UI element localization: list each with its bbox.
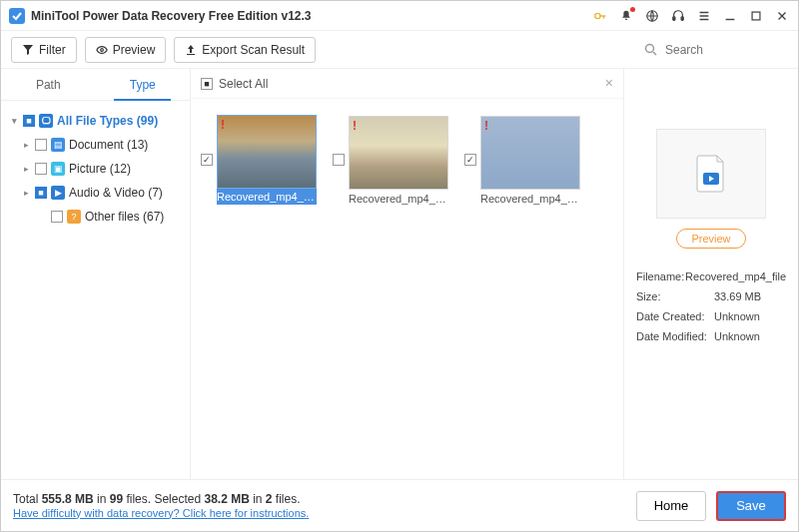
status-bar: Total 555.8 MB in 99 files. Selected 38.…: [1, 479, 798, 531]
tree-label: All File Types (99): [57, 114, 158, 128]
total-size: 555.8 MB: [42, 492, 94, 506]
eye-icon: [96, 44, 108, 56]
svg-point-1: [595, 13, 600, 18]
preview-thumbnail: [656, 129, 766, 219]
document-icon: ▤: [51, 138, 65, 152]
sidebar: Path Type ▾ ■ 🖵 All File Types (99) ▸ ▤ …: [1, 69, 191, 479]
search-input[interactable]: [663, 42, 763, 58]
file-grid: ! Recovered_mp4_fil... ! Recovered_mp4_f…: [191, 99, 623, 221]
monitor-icon: 🖵: [39, 114, 53, 128]
txt: in: [250, 492, 266, 506]
close-button[interactable]: [774, 8, 790, 24]
titlebar-controls: [592, 8, 790, 24]
file-grid-panel: ■ Select All × ! Recovered_mp4_fil... !: [191, 69, 623, 479]
tree-picture[interactable]: ▸ ▣ Picture (12): [5, 157, 186, 181]
tree-label: Picture (12): [69, 162, 131, 176]
filter-button[interactable]: Filter: [11, 37, 77, 63]
type-tree: ▾ ■ 🖵 All File Types (99) ▸ ▤ Document (…: [1, 101, 190, 237]
file-item[interactable]: ! Recovered_mp4_fil...: [201, 115, 319, 205]
select-all-label: Select All: [219, 77, 268, 91]
file-checkbox[interactable]: [464, 154, 476, 166]
file-item[interactable]: ! Recovered_mp4_fil...: [464, 115, 582, 205]
svg-point-6: [100, 48, 103, 51]
tree-other[interactable]: ? Other files (67): [5, 205, 186, 229]
preview-panel: Preview Filename:Recovered_mp4_file Size…: [623, 69, 798, 479]
video-file-icon: [696, 155, 726, 193]
maximize-button[interactable]: [748, 8, 764, 24]
file-checkbox[interactable]: [333, 154, 345, 166]
filter-icon: [22, 44, 34, 56]
menu-icon[interactable]: [696, 8, 712, 24]
chevron-right-icon: ▸: [21, 188, 31, 198]
meta-label-modified: Date Modified:: [636, 330, 714, 342]
svg-rect-5: [752, 12, 760, 20]
select-all-checkbox[interactable]: ■: [201, 78, 213, 90]
svg-rect-3: [673, 16, 675, 20]
search-box[interactable]: [638, 37, 788, 63]
preview-action-button[interactable]: Preview: [676, 229, 745, 249]
checkbox[interactable]: ■: [23, 115, 35, 127]
export-icon: [185, 44, 197, 56]
chevron-right-icon: ▸: [21, 164, 31, 174]
file-thumbnail[interactable]: !: [349, 116, 448, 190]
main-area: Path Type ▾ ■ 🖵 All File Types (99) ▸ ▤ …: [1, 69, 798, 479]
window-title: MiniTool Power Data Recovery Free Editio…: [31, 9, 592, 23]
file-caption: Recovered_mp4_fil...: [480, 190, 580, 205]
minimize-button[interactable]: [722, 8, 738, 24]
app-window: MiniTool Power Data Recovery Free Editio…: [0, 0, 799, 532]
file-item[interactable]: ! Recovered_mp4_fil...: [333, 115, 450, 205]
search-icon: [644, 43, 657, 56]
txt: in: [94, 492, 110, 506]
headset-icon[interactable]: [670, 8, 686, 24]
sidebar-tabs: Path Type: [1, 69, 190, 101]
tree-label: Audio & Video (7): [69, 186, 163, 200]
meta-value-created: Unknown: [714, 310, 760, 322]
toolbar: Filter Preview Export Scan Result: [1, 31, 798, 69]
tree-all-file-types[interactable]: ▾ ■ 🖵 All File Types (99): [5, 109, 186, 133]
select-all-row: ■ Select All: [191, 69, 623, 99]
close-icon[interactable]: ×: [605, 75, 613, 91]
key-icon[interactable]: [592, 8, 608, 24]
app-icon: [9, 8, 25, 24]
checkbox[interactable]: [35, 139, 47, 151]
txt: files.: [273, 492, 301, 506]
file-caption: Recovered_mp4_fil...: [349, 190, 448, 205]
file-thumbnail[interactable]: !: [217, 115, 317, 189]
meta-label-size: Size:: [636, 290, 714, 302]
file-thumbnail[interactable]: !: [480, 116, 580, 190]
chevron-right-icon: ▸: [21, 140, 31, 150]
tab-path[interactable]: Path: [1, 69, 96, 100]
total-files: 99: [110, 492, 123, 506]
warning-icon: !: [353, 119, 357, 133]
selected-files: 2: [266, 492, 273, 506]
picture-icon: ▣: [51, 162, 65, 176]
warning-icon: !: [484, 119, 488, 133]
bell-icon[interactable]: [618, 8, 634, 24]
save-button[interactable]: Save: [716, 491, 786, 521]
checkbox[interactable]: ■: [35, 187, 47, 199]
filter-label: Filter: [39, 43, 66, 57]
preview-label: Preview: [113, 43, 156, 57]
tree-document[interactable]: ▸ ▤ Document (13): [5, 133, 186, 157]
globe-icon[interactable]: [644, 8, 660, 24]
title-bar: MiniTool Power Data Recovery Free Editio…: [1, 1, 798, 31]
svg-rect-0: [9, 8, 25, 24]
home-button[interactable]: Home: [636, 491, 706, 521]
svg-point-7: [646, 45, 654, 53]
meta-label-filename: Filename:: [636, 270, 685, 282]
txt: files. Selected: [123, 492, 204, 506]
warning-icon: !: [221, 118, 225, 132]
export-button[interactable]: Export Scan Result: [174, 37, 316, 63]
tree-label: Document (13): [69, 138, 148, 152]
meta-value-modified: Unknown: [714, 330, 760, 342]
tree-audio-video[interactable]: ▸ ■ ▶ Audio & Video (7): [5, 181, 186, 205]
checkbox[interactable]: [35, 163, 47, 175]
footer-summary: Total 555.8 MB in 99 files. Selected 38.…: [13, 492, 636, 520]
help-link[interactable]: Have difficulty with data recovery? Clic…: [13, 507, 309, 519]
file-checkbox[interactable]: [201, 154, 213, 166]
tree-label: Other files (67): [85, 210, 164, 224]
meta-label-created: Date Created:: [636, 310, 714, 322]
preview-button[interactable]: Preview: [85, 37, 167, 63]
tab-type[interactable]: Type: [96, 69, 191, 100]
checkbox[interactable]: [51, 211, 63, 223]
